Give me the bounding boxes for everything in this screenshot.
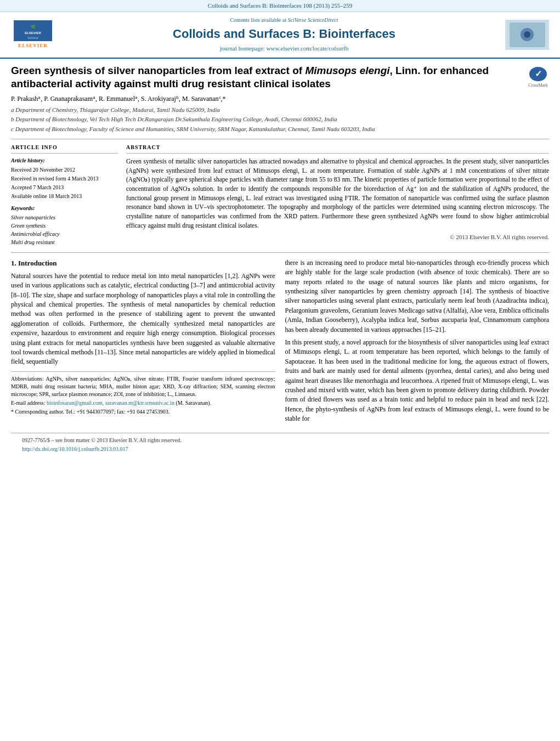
keyword-2: Green synthesis	[11, 222, 118, 230]
journal-homepage: journal homepage: www.elsevier.com/locat…	[63, 44, 505, 53]
email-address[interactable]: bioinfosaran@gmail.com, saravanan.m@ktr.…	[47, 400, 174, 406]
body-col-right: there is an increasing need to produce m…	[285, 258, 550, 427]
intro-title: Introduction	[18, 259, 57, 267]
corresponding-note: * Corresponding author. Tel.: +91 944307…	[11, 408, 275, 416]
intro-heading: 1. Introduction	[11, 258, 275, 269]
affiliation-a: a Department of Chemistry, Thiagarajar C…	[11, 106, 519, 114]
intro-para-3: In this present study, a novel approach …	[285, 338, 550, 424]
article-info-panel: ARTICLE INFO Article history: Received 2…	[11, 144, 118, 247]
elsevier-brand: ELSEVIER	[18, 42, 48, 49]
intro-para-1: Natural sources have the potential to re…	[11, 271, 275, 367]
crossmark-badge[interactable]: ✓ CrossMark	[527, 67, 549, 89]
article-title-block: Green synthesis of silver nanoparticles …	[11, 64, 519, 134]
intro-num: 1.	[11, 259, 16, 267]
doi-line[interactable]: http://dx.doi.org/10.1016/j.colsurfb.201…	[22, 445, 538, 453]
article-title: Green synthesis of silver nanoparticles …	[11, 64, 519, 91]
keywords-label: Keywords:	[11, 205, 118, 212]
received-date: Received 20 November 2012	[11, 166, 118, 174]
authors-line: P. Prakashᵃ, P. Gnanaprakasamᵃ, R. Emman…	[11, 94, 519, 104]
issn-line: 0927-7765/$ – see front matter © 2013 El…	[22, 437, 538, 444]
keyword-3: Antimicrobial efficacy	[11, 230, 118, 238]
revised-date: Received in revised form 4 March 2013	[11, 175, 118, 183]
journal-cover-thumbnail	[505, 20, 549, 50]
article-info-heading: ARTICLE INFO	[11, 144, 118, 154]
copyright-notice: © 2013 Elsevier B.V. All rights reserved…	[126, 233, 549, 241]
available-date: Available online 18 March 2013	[11, 193, 118, 200]
footnote-section: Abbreviations: AgNPs, silver nanoparticl…	[11, 371, 275, 416]
email-name: (M. Saravanan).	[176, 400, 211, 406]
journal-header: 🌿 ELSEVIER SciVerse ELSEVIER Contents li…	[0, 12, 560, 58]
svg-point-7	[524, 31, 530, 38]
journal-title: Colloids and Surfaces B: Biointerfaces	[63, 26, 505, 43]
cover-image-svg	[507, 20, 548, 50]
sciverse-link[interactable]: SciVerse ScienceDirect	[287, 17, 338, 23]
crossmark-icon: ✓	[529, 67, 547, 82]
email-label: E-mail address:	[11, 400, 45, 406]
affiliation-c: c Department of Biotechnology, Faculty o…	[11, 125, 519, 133]
elsevier-logo: 🌿 ELSEVIER SciVerse ELSEVIER	[11, 20, 55, 50]
intro-para-2: there is an increasing need to produce m…	[285, 258, 550, 335]
article-title-section: Green synthesis of silver nanoparticles …	[11, 64, 549, 139]
abstract-panel: ABSTRACT Green synthesis of metallic sil…	[126, 144, 549, 247]
email-note: E-mail address: bioinfosaran@gmail.com, …	[11, 399, 275, 407]
affiliations-block: a Department of Chemistry, Thiagarajar C…	[11, 106, 519, 133]
keyword-1: Silver nanoparticles	[11, 214, 118, 222]
sciverse-line: Contents lists available at SciVerse Sci…	[63, 16, 505, 24]
svg-text:ELSEVIER: ELSEVIER	[25, 31, 41, 35]
homepage-url[interactable]: www.elsevier.com/locate/colsurfb	[267, 45, 349, 52]
affiliation-b: b Department of Biotechnology, Vel Tech …	[11, 115, 519, 123]
accepted-date: Accepted 7 March 2013	[11, 184, 118, 191]
article-history-label: Article history:	[11, 157, 118, 165]
body-two-column: 1. Introduction Natural sources have the…	[11, 258, 549, 427]
keyword-4: Multi drug resistant	[11, 239, 118, 246]
crossmark-label: CrossMark	[528, 82, 548, 88]
keywords-section: Keywords: Silver nanoparticles Green syn…	[11, 205, 118, 246]
abstract-heading: ABSTRACT	[126, 144, 549, 154]
bottom-bar: 0927-7765/$ – see front matter © 2013 El…	[11, 433, 549, 456]
svg-text:🌿: 🌿	[31, 24, 36, 29]
citation-text: Colloids and Surfaces B: Biointerfaces 1…	[208, 2, 353, 9]
svg-text:SciVerse: SciVerse	[27, 36, 38, 39]
abstract-text: Green synthesis of metallic silver nanop…	[126, 157, 549, 230]
journal-citation-bar: Colloids and Surfaces B: Biointerfaces 1…	[0, 0, 560, 12]
body-col-left: 1. Introduction Natural sources have the…	[11, 258, 275, 427]
journal-title-block: Contents lists available at SciVerse Sci…	[63, 16, 505, 53]
article-info-abstract-section: ARTICLE INFO Article history: Received 2…	[11, 144, 549, 253]
main-content: Green synthesis of silver nanoparticles …	[0, 59, 560, 462]
abbreviations-note: Abbreviations: AgNPs, silver nanoparticl…	[11, 375, 275, 398]
elsevier-logo-svg: 🌿 ELSEVIER SciVerse	[14, 20, 52, 41]
